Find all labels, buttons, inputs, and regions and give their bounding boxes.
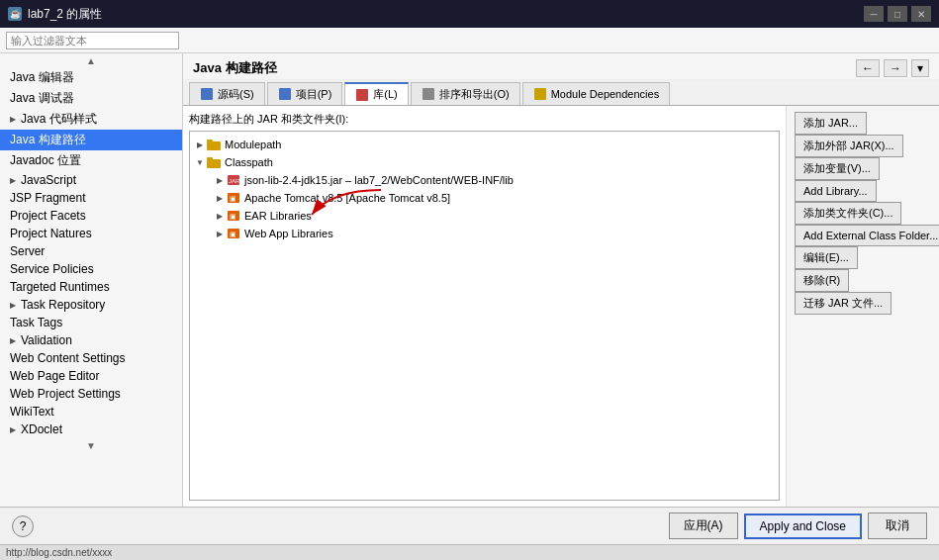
tab-label: Module Dependencies [551,88,659,100]
tree-node-label: Apache Tomcat v8.5 [Apache Tomcat v8.5] [244,192,450,204]
tree-node-icon: JAR [226,173,241,187]
tree-toggle[interactable]: ▶ [194,140,206,149]
sidebar-item-validation[interactable]: Validation [0,331,182,349]
tree-toggle[interactable]: ▶ [214,230,226,238]
tree-item-2[interactable]: ▶JARjson-lib-2.4-jdk15.jar – lab7_2/WebC… [190,171,779,189]
sidebar-item-jsp-fragment[interactable]: JSP Fragment [0,189,182,207]
action-panel: 添加 JAR...添加外部 JAR(X)...添加变量(V)...Add Lib… [786,106,939,507]
sidebar-item-web-project-settings[interactable]: Web Project Settings [0,385,182,403]
tab-icon [278,87,292,101]
nav-back-button[interactable]: ← [856,59,880,77]
tree-panel: 构建路径上的 JAR 和类文件夹(I): ▶Modulepath▼Classpa… [183,106,786,507]
tab-icon [533,87,547,101]
tab-------o-[interactable]: 排序和导出(O) [411,82,520,105]
title-bar: ☕ lab7_2 的属性 ─ □ ✕ [0,0,939,28]
tree-node-icon [206,138,222,151]
nav-forward-button[interactable]: → [884,59,907,77]
minimize-button[interactable]: ─ [864,6,884,22]
svg-rect-0 [201,88,213,100]
action-btn----e----[interactable]: 编辑(E)... [795,246,858,269]
apply-button[interactable]: 应用(A) [669,513,738,539]
tree-node-icon: ▣ [226,227,241,240]
sidebar-item-javadoc-位置[interactable]: Javadoc 位置 [0,150,182,171]
tree-items-container: ▶Modulepath▼Classpath▶JARjson-lib-2.4-jd… [190,136,779,242]
sidebar-item-project-natures[interactable]: Project Natures [0,225,182,242]
tree-toggle[interactable]: ▶ [214,194,226,203]
sidebar-item-web-page-editor[interactable]: Web Page Editor [0,367,182,385]
sidebar-item-targeted-runtimes[interactable]: Targeted Runtimes [0,278,182,296]
maximize-button[interactable]: □ [888,6,907,22]
action-btn------v----[interactable]: 添加变量(V)... [795,157,880,180]
tree-toggle[interactable]: ▶ [214,212,226,221]
svg-rect-4 [534,88,546,100]
sidebar-item-java-代码样式[interactable]: Java 代码样式 [0,109,182,130]
sidebar-item-java-构建路径[interactable]: Java 构建路径 [0,130,182,150]
tab-icon [355,88,369,102]
sidebar: ▲ Java 编辑器Java 调试器Java 代码样式Java 构建路径Java… [0,53,183,507]
action-btn------jar-x----[interactable]: 添加外部 JAR(X)... [795,135,903,157]
action-buttons-container: 添加 JAR...添加外部 JAR(X)...添加变量(V)...Add Lib… [795,112,931,315]
tab---l-[interactable]: 库(L) [344,82,408,105]
main-container: ▲ Java 编辑器Java 调试器Java 代码样式Java 构建路径Java… [0,28,939,560]
sidebar-item-task-repository[interactable]: Task Repository [0,296,182,314]
tab-icon [200,87,214,101]
sidebar-item-xdoclet[interactable]: XDoclet [0,420,182,438]
tree-toggle[interactable]: ▼ [194,158,206,167]
status-text: http://blog.csdn.net/xxxx [6,547,112,558]
tree-label: 构建路径上的 JAR 和类文件夹(I): [189,112,780,127]
tab----s-[interactable]: 源码(S) [189,82,265,105]
sidebar-item-task-tags[interactable]: Task Tags [0,314,182,331]
tree-toggle[interactable]: ▶ [214,176,226,185]
svg-rect-2 [356,89,368,101]
title-bar-left: ☕ lab7_2 的属性 [8,6,102,23]
sidebar-item-project-facets[interactable]: Project Facets [0,207,182,225]
svg-text:▣: ▣ [230,231,236,237]
sidebar-item-server[interactable]: Server [0,242,182,260]
search-bar [0,28,939,53]
window-title: lab7_2 的属性 [28,6,102,23]
filter-input[interactable] [6,32,179,49]
action-btn----r-[interactable]: 移除(R) [795,269,849,292]
app-icon: ☕ [8,7,22,21]
window-controls: ─ □ ✕ [864,6,931,22]
nav-menu-button[interactable]: ▾ [911,59,929,77]
sidebar-item-java-编辑器[interactable]: Java 编辑器 [0,67,182,88]
action-btn----jar------[interactable]: 迁移 JAR 文件... [795,292,892,315]
sidebar-item-web-content-settings[interactable]: Web Content Settings [0,349,182,367]
action-btn-add-external-class-folder---[interactable]: Add External Class Folder... [795,225,939,246]
tree-node-label: Web App Libraries [244,228,333,239]
help-area: ? [12,515,34,537]
action-btn-add-library---[interactable]: Add Library... [795,180,877,202]
tree-item-5[interactable]: ▶▣Web App Libraries [190,225,779,242]
svg-text:▣: ▣ [230,213,236,220]
tab-module-dependencies[interactable]: Module Dependencies [522,82,670,105]
sidebar-item-service-policies[interactable]: Service Policies [0,260,182,278]
tree-item-0[interactable]: ▶Modulepath [190,136,779,153]
tab-label: 项目(P) [296,87,332,102]
sidebar-item-wikitext[interactable]: WikiText [0,403,182,420]
action-btn----jar---[interactable]: 添加 JAR... [795,112,867,135]
tab----p-[interactable]: 项目(P) [267,82,343,105]
help-button[interactable]: ? [12,515,34,537]
build-path-content: 构建路径上的 JAR 和类文件夹(I): ▶Modulepath▼Classpa… [183,106,939,507]
tree-item-4[interactable]: ▶▣EAR Libraries [190,207,779,225]
sidebar-item-java-调试器[interactable]: Java 调试器 [0,88,182,109]
close-button[interactable]: ✕ [911,6,931,22]
tab-label: 源码(S) [218,87,254,102]
svg-rect-7 [207,159,221,168]
tree-item-3[interactable]: ▶▣Apache Tomcat v8.5 [Apache Tomcat v8.5… [190,189,779,207]
tree-container[interactable]: ▶Modulepath▼Classpath▶JARjson-lib-2.4-jd… [189,131,780,501]
tree-item-1[interactable]: ▼Classpath [190,153,779,171]
content-area: Java 构建路径 ← → ▾ 源码(S)项目(P)库(L)排序和导出(O)Mo… [183,53,939,507]
sidebar-item-javascript[interactable]: JavaScript [0,171,182,189]
sidebar-scroll-up[interactable]: ▲ [0,53,182,67]
tree-node-icon [206,155,222,169]
sidebar-items-container: Java 编辑器Java 调试器Java 代码样式Java 构建路径Javado… [0,67,182,438]
cancel-button[interactable]: 取消 [868,513,927,539]
action-btn--------c----[interactable]: 添加类文件夹(C)... [795,202,901,225]
status-bar: http://blog.csdn.net/xxxx [0,544,939,560]
sidebar-scroll-down[interactable]: ▼ [0,438,182,452]
tab-icon [422,87,435,101]
apply-close-button[interactable]: Apply and Close [744,513,862,539]
tabs-container: 源码(S)项目(P)库(L)排序和导出(O)Module Dependencie… [189,80,670,105]
